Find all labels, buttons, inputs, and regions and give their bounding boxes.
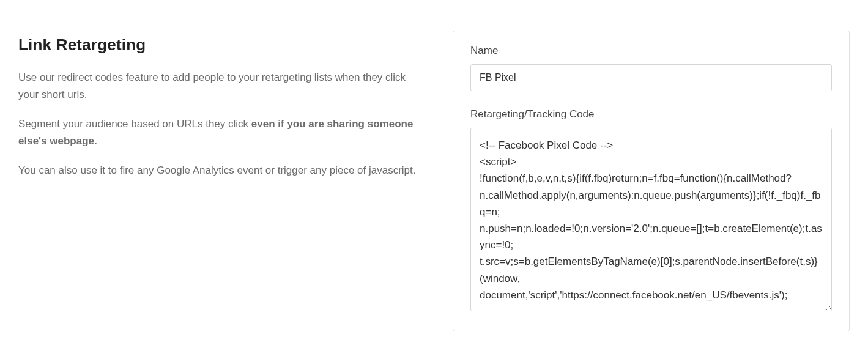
code-label: Retargeting/Tracking Code: [470, 108, 832, 120]
page-title: Link Retargeting: [18, 35, 428, 54]
tracking-code-textarea[interactable]: [470, 128, 832, 311]
description-para-2: Segment your audience based on URLs they…: [18, 116, 428, 150]
name-label: Name: [470, 45, 832, 57]
description-para-1: Use our redirect codes feature to add pe…: [18, 69, 428, 103]
form-panel: Name Retargeting/Tracking Code: [453, 31, 850, 331]
name-input[interactable]: [470, 64, 832, 91]
left-column: Link Retargeting Use our redirect codes …: [18, 31, 428, 331]
description-block: Use our redirect codes feature to add pe…: [18, 69, 428, 179]
page-container: Link Retargeting Use our redirect codes …: [0, 0, 868, 348]
description-para-2-text: Segment your audience based on URLs they…: [18, 118, 251, 130]
description-para-3: You can also use it to fire any Google A…: [18, 162, 428, 179]
